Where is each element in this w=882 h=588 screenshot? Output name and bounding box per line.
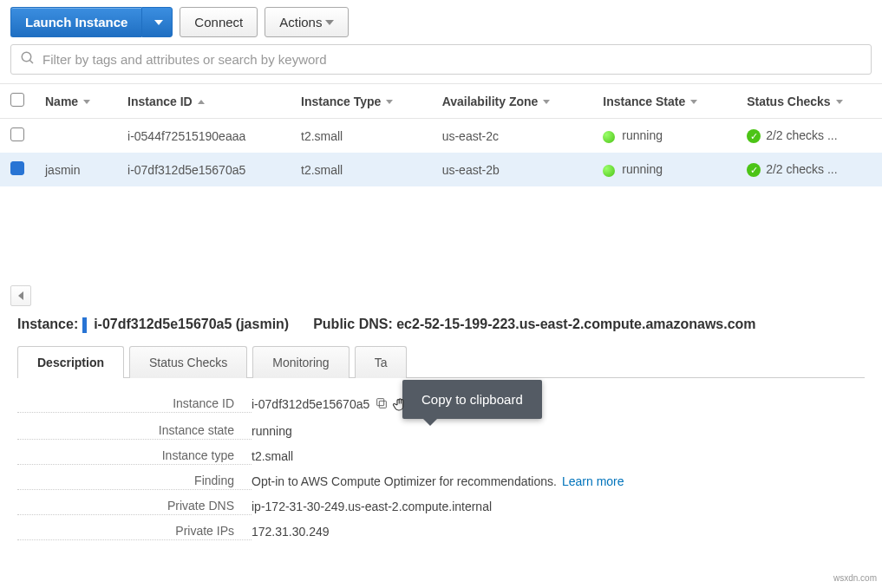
launch-instance-button[interactable]: Launch Instance [10,7,141,37]
cell-id: i-07df312d5e15670a5 [117,153,291,186]
detail-tabs: Description Status Checks Monitoring Ta [17,345,865,378]
copy-icon[interactable] [375,396,389,413]
column-instance-state[interactable]: Instance State [592,84,736,119]
kv-value-finding: Opt-in to AWS Compute Optimizer for reco… [252,474,557,488]
kv-label-finding: Finding [17,474,252,490]
actions-button[interactable]: Actions [265,7,349,37]
chevron-left-icon [18,291,23,300]
check-circle-icon: ✓ [747,129,761,143]
svg-point-0 [22,52,31,62]
cell-name [35,119,117,154]
kv-label-private-dns: Private DNS [17,499,252,515]
search-input[interactable] [42,52,862,67]
cell-id: i-0544f72515190eaaa [117,119,291,154]
instance-value: i-07df312d5e15670a5 (jasmin) [94,317,289,331]
column-instance-id[interactable]: Instance ID [117,84,291,119]
instances-table: Name Instance ID Instance Type Availabil… [0,83,882,186]
status-dot-icon [603,165,615,177]
actions-label: Actions [279,15,322,29]
column-status-checks[interactable]: Status Checks [736,84,882,119]
tab-tags[interactable]: Ta [355,346,408,378]
kv-label-instance-id: Instance ID [17,396,252,413]
table-row[interactable]: jasmin i-07df312d5e15670a5 t2.small us-e… [0,153,882,186]
watermark: wsxdn.com [833,573,877,579]
cell-type: t2.small [291,119,432,154]
public-dns-label: Public DNS: [313,317,393,331]
connect-button[interactable]: Connect [180,7,258,37]
cell-state: running [592,119,736,154]
cell-checks: ✓2/2 checks ... [736,119,882,154]
caret-down-icon [325,20,334,25]
sort-asc-icon [198,100,205,104]
sort-icon [543,100,550,104]
column-name[interactable]: Name [35,84,117,119]
row-checkbox[interactable] [10,127,24,141]
caret-down-icon [154,20,163,25]
splitter-space [0,186,882,282]
tab-description[interactable]: Description [17,346,124,378]
svg-rect-2 [380,401,387,408]
cell-az: us-east-2b [432,153,593,186]
sort-icon [836,100,843,104]
column-availability-zone[interactable]: Availability Zone [432,84,593,119]
table-row[interactable]: i-0544f72515190eaaa t2.small us-east-2c … [0,119,882,154]
tab-status-checks[interactable]: Status Checks [129,346,247,378]
public-dns-value: ec2-52-15-199-223.us-east-2.compute.amaz… [396,317,755,331]
cell-type: t2.small [291,153,432,186]
sort-icon [83,100,90,104]
svg-rect-3 [377,398,384,405]
kv-value-private-ips: 172.31.30.249 [252,525,330,539]
sort-icon [690,100,697,104]
tab-monitoring[interactable]: Monitoring [252,346,349,378]
kv-label-private-ips: Private IPs [17,524,252,540]
toolbar: Launch Instance Connect Actions [0,0,882,44]
cell-name: jasmin [35,153,117,186]
kv-label-instance-state: Instance state [17,423,252,440]
scroll-left-button[interactable] [10,285,31,306]
select-all-checkbox[interactable] [10,93,24,107]
kv-value-instance-state: running [252,424,292,438]
cell-az: us-east-2c [432,119,593,154]
selection-indicator-icon [82,317,87,333]
search-icon [20,50,36,69]
detail-header: Instance: i-07df312d5e15670a5 (jasmin) P… [0,311,882,345]
cursor-hand-icon [392,396,408,416]
column-instance-type[interactable]: Instance Type [291,84,432,119]
row-checkbox[interactable] [10,161,24,175]
search-bar[interactable] [10,44,872,75]
launch-instance-dropdown[interactable] [141,7,173,37]
status-dot-icon [603,131,615,143]
tooltip: Copy to clipboard [402,380,542,419]
kv-value-private-dns: ip-172-31-30-249.us-east-2.compute.inter… [252,500,492,513]
cell-checks: ✓2/2 checks ... [736,153,882,186]
kv-label-instance-type: Instance type [17,448,252,465]
learn-more-link[interactable]: Learn more [562,474,624,488]
instance-label: Instance: [17,317,78,331]
kv-value-instance-type: t2.small [252,449,293,463]
check-circle-icon: ✓ [747,163,761,177]
sort-icon [386,100,393,104]
cell-state: running [592,153,736,186]
svg-line-1 [29,60,33,63]
kv-value-instance-id: i-07df312d5e15670a5 [252,397,369,411]
